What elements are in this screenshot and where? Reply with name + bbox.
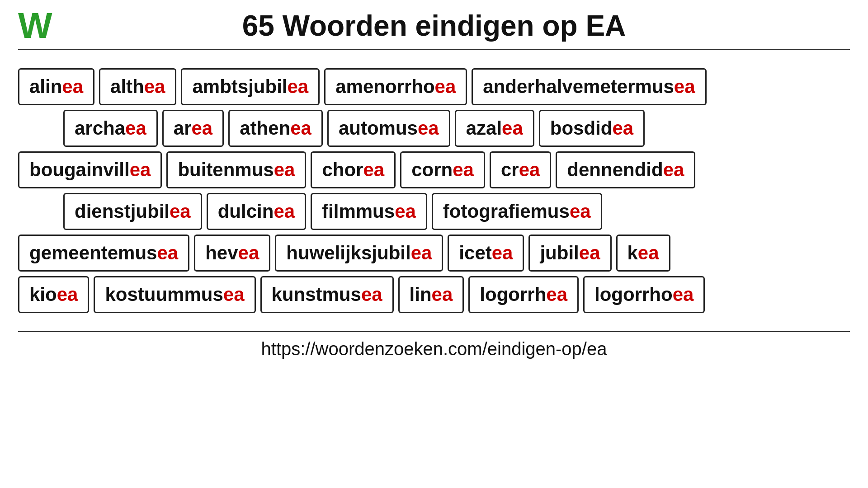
word-row-6: kioeakostuummuseakunstmusealinealogorrhe… [18, 276, 850, 313]
word-box: bosdidea [539, 110, 645, 147]
word-box: cornea [400, 151, 485, 188]
word-suffix: ea [502, 117, 523, 139]
word-box: chorea [311, 151, 396, 188]
word-base: fotografiemus [443, 201, 570, 222]
word-box: huwelijksjubilea [275, 235, 443, 272]
word-box: athenea [228, 110, 323, 147]
word-base: kunstmus [272, 284, 361, 305]
word-base: kostuummus [105, 284, 223, 305]
word-base: azal [466, 117, 502, 139]
word-suffix: ea [570, 201, 591, 222]
word-box: kioea [18, 276, 89, 313]
word-suffix: ea [144, 76, 165, 98]
word-box: bougainvillea [18, 151, 162, 188]
word-base: corn [411, 159, 453, 181]
word-box: ambtsjubilea [181, 68, 320, 105]
word-base: lin [410, 284, 432, 305]
word-box: icetea [448, 235, 524, 272]
word-base: k [627, 242, 638, 264]
page-footer: https://woordenzoeken.com/eindigen-op/ea [18, 331, 850, 359]
word-base: bosdid [550, 117, 613, 139]
footer-url: https://woordenzoeken.com/eindigen-op/ea [261, 339, 607, 359]
word-base: gemeentemus [29, 242, 157, 264]
page-header: W 65 Woorden eindigen op EA [18, 9, 850, 50]
word-row-2: archaeaareaatheneaautomuseaazaleabosdide… [18, 110, 850, 147]
word-box: azalea [455, 110, 534, 147]
word-suffix: ea [238, 242, 259, 264]
word-box: kostuummusea [94, 276, 255, 313]
word-suffix: ea [612, 117, 633, 139]
word-base: alth [110, 76, 144, 98]
word-base: alin [29, 76, 62, 98]
word-base: logorrho [594, 284, 673, 305]
word-box: filmmusea [311, 193, 427, 230]
word-suffix: ea [288, 76, 309, 98]
word-base: chor [322, 159, 363, 181]
word-box: dienstjubilea [63, 193, 202, 230]
word-box: crea [490, 151, 551, 188]
word-base: anderhalvemetermus [483, 76, 674, 98]
word-box: kea [616, 235, 670, 272]
word-box: jubilea [528, 235, 611, 272]
word-suffix: ea [432, 284, 453, 305]
word-box: archaea [63, 110, 158, 147]
word-suffix: ea [223, 284, 245, 305]
word-suffix: ea [274, 201, 295, 222]
word-suffix: ea [663, 159, 684, 181]
word-base: huwelijksjubil [286, 242, 410, 264]
word-base: ambtsjubil [192, 76, 287, 98]
word-base: hev [205, 242, 238, 264]
word-suffix: ea [638, 242, 659, 264]
word-suffix: ea [170, 201, 191, 222]
word-base: cr [501, 159, 519, 181]
word-base: amenorrho [335, 76, 434, 98]
word-box: dulcinea [207, 193, 306, 230]
word-box: althea [99, 68, 176, 105]
word-box: fotografiemusea [432, 193, 602, 230]
word-suffix: ea [363, 159, 384, 181]
word-suffix: ea [62, 76, 83, 98]
word-row-3: bougainvilleabuitenmuseachoreacorneacrea… [18, 151, 850, 188]
word-suffix: ea [57, 284, 78, 305]
word-base: buitenmus [178, 159, 274, 181]
word-base: dennendid [567, 159, 663, 181]
word-box: amenorrhoea [324, 68, 467, 105]
word-box: logorrhoea [583, 276, 705, 313]
word-box: area [162, 110, 224, 147]
word-base: filmmus [322, 201, 395, 222]
word-suffix: ea [130, 159, 151, 181]
word-suffix: ea [492, 242, 513, 264]
word-base: automus [339, 117, 418, 139]
word-base: kio [29, 284, 57, 305]
word-row-1: alineaaltheaambtsjubileaamenorrhoeaander… [18, 68, 850, 105]
word-suffix: ea [361, 284, 382, 305]
words-container: alineaaltheaambtsjubileaamenorrhoeaander… [18, 64, 850, 318]
word-suffix: ea [435, 76, 456, 98]
word-suffix: ea [395, 201, 416, 222]
word-suffix: ea [674, 76, 695, 98]
word-box: anderhalvemetermusea [472, 68, 706, 105]
word-suffix: ea [519, 159, 540, 181]
word-suffix: ea [579, 242, 600, 264]
word-base: archa [75, 117, 125, 139]
word-box: logorrhea [468, 276, 579, 313]
word-box: dennendidea [556, 151, 695, 188]
word-base: ar [174, 117, 192, 139]
word-suffix: ea [274, 159, 295, 181]
word-base: athen [240, 117, 290, 139]
word-suffix: ea [192, 117, 213, 139]
word-base: icet [459, 242, 491, 264]
word-suffix: ea [290, 117, 311, 139]
word-box: hevea [194, 235, 270, 272]
word-box: buitenmusea [166, 151, 306, 188]
word-suffix: ea [546, 284, 567, 305]
word-suffix: ea [411, 242, 432, 264]
word-base: logorrh [480, 284, 546, 305]
word-base: dienstjubil [75, 201, 170, 222]
word-base: dulcin [218, 201, 274, 222]
word-box: alinea [18, 68, 94, 105]
word-row-5: gemeentemuseaheveahuwelijksjubileaicetea… [18, 235, 850, 272]
word-box: gemeentemusea [18, 235, 189, 272]
word-suffix: ea [453, 159, 474, 181]
word-base: jubil [540, 242, 579, 264]
